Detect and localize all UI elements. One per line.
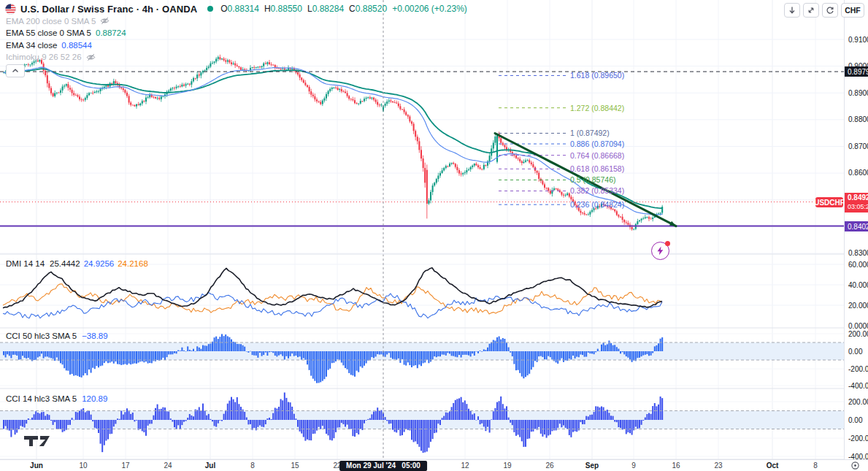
ohlc-values: O0.88314 H0.88550 L0.88284 C0.88520 +0.0… [220, 4, 467, 14]
cci50-value: −38.89 [82, 332, 108, 340]
maximize-pane-button[interactable] [803, 3, 819, 18]
legend-row-3[interactable]: Ichimoku 9 26 52 26 [6, 53, 96, 62]
instant-order-button[interactable] [651, 242, 669, 260]
us-flag-icon [5, 4, 16, 15]
fib-label-0.5[interactable]: 0.5 (0.85746) [570, 175, 615, 184]
selected-time-label: Mon 29 Jul '24 05:00 [339, 461, 427, 471]
price-tick: 0.88000 [848, 115, 868, 123]
legend-row-label: EMA 34 close [6, 41, 57, 50]
symbol-title[interactable]: U.S. Dollar / Swiss Franc · 4h · OANDA [20, 4, 197, 15]
fib-label-0.382[interactable]: 0.382 (0.85334) [570, 186, 624, 195]
legend-row-0[interactable]: EMA 200 close 0 SMA 5 [6, 16, 110, 26]
symbol-header: U.S. Dollar / Swiss Franc · 4h · OANDA O… [5, 2, 467, 15]
time-tick-Jun: Jun [30, 462, 43, 470]
cci50-axis-tick: -400.00 [848, 382, 868, 390]
time-tick-16: 16 [672, 462, 680, 470]
cci50-axis-tick: 0.00 [848, 348, 862, 356]
arrow-down-icon [788, 6, 796, 15]
dmi-value: 24.2168 [118, 259, 148, 268]
fib-label-1[interactable]: 1 (0.87492) [570, 129, 610, 137]
cci14-value: 120.89 [82, 394, 107, 403]
cci50-legend-title: CCI 50 hlc3 SMA 5 [6, 332, 77, 340]
collapse-legend-button[interactable] [6, 64, 25, 77]
timezone-gear-icon[interactable] [849, 460, 861, 470]
open-value: 0.88314 [228, 4, 259, 14]
legend-row-value: 0.88724 [96, 28, 126, 37]
price-scale[interactable]: 0.910000.900000.890000.880000.870000.860… [844, 0, 868, 459]
close-value: 0.88520 [356, 4, 387, 14]
level-price-label: 0.89796 [845, 66, 868, 77]
notification-dot [665, 241, 670, 246]
price-tick: 0.87000 [848, 142, 868, 150]
lightning-bolt-icon [656, 246, 664, 256]
fib-label-0.764[interactable]: 0.764 (0.86668) [570, 151, 624, 160]
dmi-value: 25.4442 [50, 259, 80, 268]
time-tick-26: 26 [545, 462, 553, 470]
eye-off-icon[interactable] [100, 16, 110, 26]
time-tick-Oct: Oct [767, 462, 779, 470]
symbol-price-pill: USDCHF [815, 197, 843, 207]
dmi-values: 25.444224.925624.2168 [50, 259, 152, 268]
time-tick-9: 9 [631, 462, 636, 470]
time-tick-10: 10 [79, 462, 87, 470]
cci50-axis-tick: 200.00 [848, 330, 868, 338]
purple-line-price-label: 0.84022 [845, 221, 868, 231]
time-tick-8: 8 [813, 462, 818, 470]
cci14-legend-title: CCI 14 hlc3 SMA 5 [6, 394, 77, 403]
fib-label-1.618[interactable]: 1.618 (0.89650) [570, 71, 624, 80]
legend-row-label: EMA 200 close 0 SMA 5 [6, 17, 96, 26]
time-tick-Sep: Sep [585, 462, 599, 470]
time-tick-23: 23 [714, 462, 722, 470]
price-tick: 0.89000 [848, 89, 868, 97]
price-tick: 0.91000 [848, 36, 868, 44]
restore-pane-button[interactable] [822, 3, 838, 18]
chart-canvas[interactable] [0, 0, 868, 471]
cci50-axis-tick: -200.00 [848, 365, 868, 373]
time-tick-Jul: Jul [205, 462, 215, 470]
legend-row-2[interactable]: EMA 34 close0.88544 [6, 40, 92, 50]
time-tick-19: 19 [503, 462, 511, 470]
fib-label-0.236[interactable]: 0.236 (0.84824) [570, 200, 624, 209]
refresh-icon [826, 6, 834, 15]
high-value: 0.88550 [271, 4, 302, 14]
chevron-up-icon [12, 68, 19, 74]
fib-label-0.618[interactable]: 0.618 (0.86158) [570, 164, 624, 173]
dmi-value: 24.9256 [84, 259, 115, 268]
move-pane-down-button[interactable] [784, 3, 800, 18]
price-tick: 0.83000 [848, 249, 868, 257]
change-value: +0.00206 (+0.23%) [392, 4, 467, 14]
dmi-axis-tick: 0.0000 [848, 322, 868, 330]
time-tick-24: 24 [164, 462, 172, 470]
tradingview-logo [24, 436, 61, 449]
fib-label-1.272[interactable]: 1.272 (0.88442) [570, 104, 624, 112]
low-value: 0.88284 [312, 4, 344, 14]
dmi-legend-title: DMI 14 14 [6, 259, 45, 268]
trading-chart-app: U.S. Dollar / Swiss Franc · 4h · OANDA O… [0, 0, 868, 471]
cci14-axis-tick: 200.00 [848, 398, 868, 406]
pane-controls: CHF [784, 3, 864, 18]
time-tick-17: 17 [121, 462, 129, 470]
legend-row-1[interactable]: EMA 55 close 0 SMA 50.88724 [6, 28, 126, 38]
price-tick: 0.86000 [848, 169, 868, 177]
dmi-axis-tick: 60.0000 [848, 261, 868, 269]
time-tick-8: 8 [250, 462, 255, 470]
market-status-dot[interactable] [207, 6, 213, 12]
eye-off-icon[interactable] [86, 53, 96, 62]
maximize-icon [807, 6, 815, 15]
last-price-label: 0.8492403:05:2 [845, 193, 868, 212]
currency-unit-button[interactable]: CHF [841, 3, 864, 18]
cci50-legend[interactable]: CCI 50 hlc3 SMA 5 −38.89 [6, 332, 108, 340]
time-scale[interactable]: Jun101724Jul81522121926Sep91623Oct8Mon 2… [0, 459, 868, 471]
fib-label-0.886[interactable]: 0.886 (0.87094) [570, 139, 624, 148]
time-tick-12: 12 [461, 462, 469, 470]
legend-row-label: EMA 55 close 0 SMA 5 [6, 28, 91, 37]
dmi-legend[interactable]: DMI 14 14 25.444224.925624.2168 [6, 259, 152, 268]
legend-row-value: 0.88544 [61, 41, 92, 50]
legend-row-label: Ichimoku 9 26 52 26 [6, 53, 82, 61]
dmi-axis-tick: 40.0000 [848, 281, 868, 289]
cci14-axis-tick: 0.00 [848, 416, 862, 424]
time-tick-15: 15 [291, 462, 299, 470]
cci14-legend[interactable]: CCI 14 hlc3 SMA 5 120.89 [6, 394, 107, 403]
dmi-axis-tick: 20.0000 [848, 302, 868, 310]
cci14-axis-tick: -200.00 [848, 434, 868, 443]
